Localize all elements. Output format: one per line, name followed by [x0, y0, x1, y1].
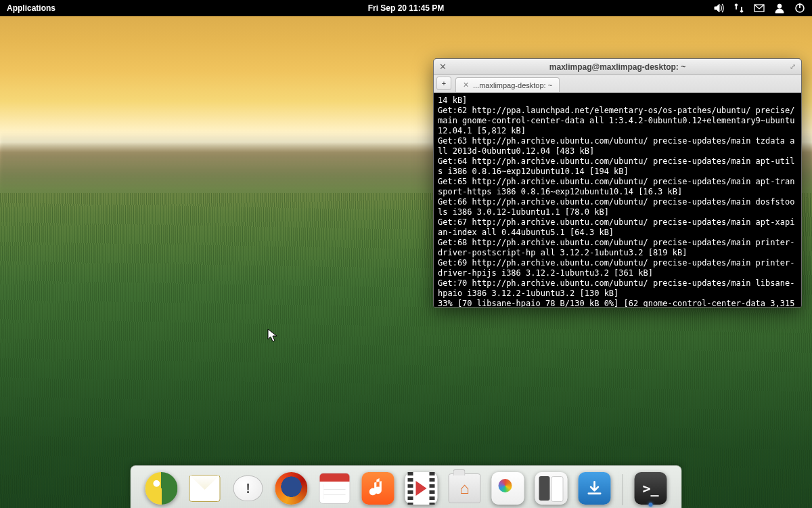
video-icon	[405, 472, 438, 505]
new-tab-button[interactable]: +	[436, 77, 451, 90]
dock: >_	[131, 465, 682, 508]
window-title: maxlimpag@maxlimpag-desktop: ~	[549, 62, 685, 72]
top-panel: Applications Fri Sep 20 11:45 PM	[0, 0, 812, 16]
music-icon	[362, 472, 394, 505]
network-icon[interactable]	[734, 3, 744, 14]
window-close-button[interactable]: ✕	[439, 62, 447, 71]
dock-item-firefox[interactable]	[275, 471, 309, 505]
terminal-tabbar: + ✕ ...maxlimpag-desktop: ~	[434, 75, 801, 93]
terminal-icon: >_	[635, 472, 667, 505]
dock-item-chat[interactable]	[231, 471, 265, 505]
mail-icon[interactable]	[754, 3, 765, 14]
mouse-pointer	[267, 329, 278, 346]
tab-close-icon[interactable]: ✕	[463, 81, 469, 89]
svg-point-1	[777, 4, 782, 8]
dock-item-switchboard[interactable]	[535, 471, 568, 505]
sound-icon[interactable]	[713, 3, 724, 14]
terminal-tab[interactable]: ✕ ...maxlimpag-desktop: ~	[455, 77, 560, 92]
user-icon[interactable]	[774, 3, 785, 14]
terminal-titlebar[interactable]: ✕ maxlimpag@maxlimpag-desktop: ~ ⤢	[434, 59, 801, 75]
tab-label: ...maxlimpag-desktop: ~	[473, 81, 552, 89]
power-icon[interactable]	[794, 3, 805, 14]
dock-item-files[interactable]	[448, 471, 482, 505]
window-maximize-button[interactable]: ⤢	[790, 62, 796, 71]
calendar-icon	[319, 473, 351, 504]
dock-item-mail[interactable]	[188, 471, 222, 505]
mail-app-icon	[189, 475, 221, 502]
dock-item-calendar[interactable]	[318, 471, 352, 505]
photos-icon	[492, 472, 524, 505]
terminal-window[interactable]: ✕ maxlimpag@maxlimpag-desktop: ~ ⤢ + ✕ .…	[433, 58, 802, 308]
terminal-output[interactable]: 14 kB] Get:62 http://ppa.launchpad.net/e…	[434, 93, 801, 307]
settings-icon	[535, 472, 568, 505]
dock-separator	[623, 474, 623, 505]
running-indicator	[649, 503, 653, 507]
dock-item-terminal[interactable]: >_	[634, 471, 668, 505]
applications-menu[interactable]: Applications	[7, 3, 55, 13]
firefox-icon	[275, 472, 308, 505]
files-icon	[449, 473, 481, 503]
dock-item-browser[interactable]	[145, 471, 179, 505]
panel-clock[interactable]: Fri Sep 20 11:45 PM	[368, 3, 445, 13]
dock-item-software[interactable]	[578, 471, 612, 505]
dock-item-photos[interactable]	[491, 471, 525, 505]
software-center-icon	[579, 472, 611, 505]
dock-item-videos[interactable]	[405, 471, 438, 505]
chat-icon	[233, 475, 263, 501]
dock-item-music[interactable]	[361, 471, 395, 505]
browser-icon	[145, 472, 178, 505]
